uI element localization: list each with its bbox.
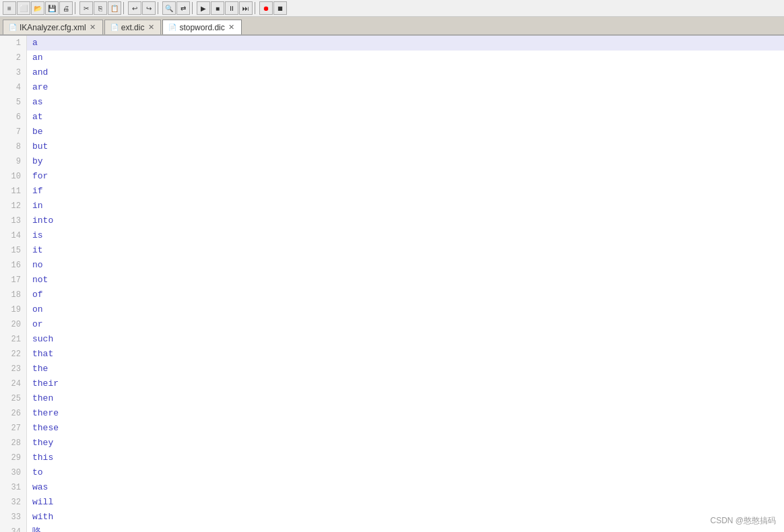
line-number-3: 3 <box>0 65 26 80</box>
line-number-28: 28 <box>0 436 26 451</box>
toolbar-btn-find[interactable]: 🔍 <box>162 1 176 15</box>
toolbar-btn-run[interactable]: ▶ <box>197 1 210 15</box>
line-number-31: 31 <box>0 480 26 495</box>
code-line-32[interactable]: will <box>27 495 784 510</box>
code-line-5[interactable]: as <box>27 95 784 110</box>
code-content[interactable]: aanandareasatbebutbyforifinintoisitnonot… <box>27 36 784 532</box>
line-number-16: 16 <box>0 258 26 273</box>
toolbar-btn-save[interactable]: 💾 <box>45 1 59 15</box>
tab-ikanalyzer-cfg-close[interactable]: ✕ <box>89 24 97 32</box>
code-line-1[interactable]: a <box>27 36 784 51</box>
code-line-30[interactable]: to <box>27 465 784 480</box>
toolbar-btn-print[interactable]: 🖨 <box>59 1 73 15</box>
line-number-24: 24 <box>0 376 26 391</box>
line-number-8: 8 <box>0 139 26 154</box>
code-line-19[interactable]: on <box>27 302 784 317</box>
toolbar-btn-open[interactable]: 📂 <box>31 1 44 15</box>
code-line-20[interactable]: or <box>27 317 784 332</box>
code-line-14[interactable]: is <box>27 228 784 243</box>
code-line-17[interactable]: not <box>27 273 784 288</box>
toolbar-btn-menu[interactable]: ≡ <box>3 1 16 15</box>
code-line-31[interactable]: was <box>27 480 784 495</box>
code-line-11[interactable]: if <box>27 184 784 199</box>
tab-bar: 📄 IKAnalyzer.cfg.xml ✕ 📄 ext.dic ✕ 📄 sto… <box>0 17 784 36</box>
code-line-10[interactable]: for <box>27 169 784 184</box>
line-number-21: 21 <box>0 332 26 347</box>
code-line-6[interactable]: at <box>27 110 784 125</box>
line-number-7: 7 <box>0 125 26 139</box>
line-number-20: 20 <box>0 317 26 332</box>
code-line-26[interactable]: there <box>27 406 784 421</box>
code-line-33[interactable]: with <box>27 510 784 525</box>
toolbar-btn-undo[interactable]: ↩ <box>128 1 141 15</box>
line-number-19: 19 <box>0 302 26 317</box>
line-number-34: 34 <box>0 525 26 532</box>
tab-stopword-dic[interactable]: 📄 stopword.dic ✕ <box>162 20 241 34</box>
toolbar-btn-replace[interactable]: ⇄ <box>176 1 190 15</box>
tab-ext-dic-close[interactable]: ✕ <box>147 24 155 32</box>
toolbar-btn-record2[interactable]: ⏹ <box>273 1 287 15</box>
line-number-4: 4 <box>0 80 26 95</box>
line-number-17: 17 <box>0 273 26 288</box>
line-number-6: 6 <box>0 110 26 125</box>
line-numbers: 1234567891011121314151617181920212223242… <box>0 36 27 532</box>
tab-stopword-dic-close[interactable]: ✕ <box>228 24 236 32</box>
editor-area: 1234567891011121314151617181920212223242… <box>0 36 784 532</box>
line-number-27: 27 <box>0 421 26 436</box>
code-line-27[interactable]: these <box>27 421 784 436</box>
line-number-26: 26 <box>0 406 26 421</box>
line-number-23: 23 <box>0 362 26 376</box>
main-container: ≡ ⬜ 📂 💾 🖨 ✂ ⎘ 📋 ↩ ↪ 🔍 ⇄ ▶ ■ ⏸ ⏭ ⏺ ⏹ 📄 IK… <box>0 0 784 532</box>
line-number-11: 11 <box>0 184 26 199</box>
code-line-2[interactable]: an <box>27 51 784 65</box>
toolbar-sep-4 <box>192 2 195 14</box>
tab-ikanalyzer-cfg[interactable]: 📄 IKAnalyzer.cfg.xml ✕ <box>3 20 103 34</box>
code-line-34[interactable]: 咯 <box>27 525 784 532</box>
code-line-16[interactable]: no <box>27 258 784 273</box>
toolbar-btn-debug[interactable]: ⏸ <box>225 1 238 15</box>
line-number-10: 10 <box>0 169 26 184</box>
code-line-7[interactable]: be <box>27 125 784 139</box>
tab-ext-dic-label: ext.dic <box>121 23 145 32</box>
code-line-15[interactable]: it <box>27 243 784 258</box>
code-line-13[interactable]: into <box>27 213 784 228</box>
toolbar-btn-step[interactable]: ⏭ <box>239 1 253 15</box>
tab-ikanalyzer-cfg-icon: 📄 <box>9 24 17 31</box>
code-line-21[interactable]: such <box>27 332 784 347</box>
line-number-5: 5 <box>0 95 26 110</box>
code-line-12[interactable]: in <box>27 199 784 213</box>
code-line-24[interactable]: their <box>27 376 784 391</box>
toolbar-btn-new[interactable]: ⬜ <box>17 1 30 15</box>
code-line-29[interactable]: this <box>27 451 784 465</box>
toolbar-btn-redo[interactable]: ↪ <box>142 1 156 15</box>
toolbar-btn-record[interactable]: ⏺ <box>259 1 273 15</box>
code-line-4[interactable]: are <box>27 80 784 95</box>
toolbar-btn-paste[interactable]: 📋 <box>108 1 121 15</box>
toolbar-btn-cut[interactable]: ✂ <box>79 1 93 15</box>
code-line-9[interactable]: by <box>27 154 784 169</box>
line-number-15: 15 <box>0 243 26 258</box>
line-number-12: 12 <box>0 199 26 213</box>
tab-stopword-dic-label: stopword.dic <box>179 23 224 32</box>
code-line-25[interactable]: then <box>27 391 784 406</box>
tab-ext-dic[interactable]: 📄 ext.dic ✕ <box>104 20 162 34</box>
toolbar: ≡ ⬜ 📂 💾 🖨 ✂ ⎘ 📋 ↩ ↪ 🔍 ⇄ ▶ ■ ⏸ ⏭ ⏺ ⏹ <box>0 0 784 17</box>
line-number-32: 32 <box>0 495 26 510</box>
toolbar-btn-copy[interactable]: ⎘ <box>94 1 107 15</box>
code-line-3[interactable]: and <box>27 65 784 80</box>
toolbar-sep-5 <box>255 2 257 14</box>
code-line-18[interactable]: of <box>27 288 784 302</box>
code-line-28[interactable]: they <box>27 436 784 451</box>
watermark: CSDN @憨憨搞码 <box>710 515 776 527</box>
line-number-30: 30 <box>0 465 26 480</box>
line-number-9: 9 <box>0 154 26 169</box>
code-line-22[interactable]: that <box>27 347 784 362</box>
toolbar-sep-2 <box>123 2 126 14</box>
tab-stopword-dic-icon: 📄 <box>168 24 176 31</box>
code-line-8[interactable]: but <box>27 139 784 154</box>
code-line-23[interactable]: the <box>27 362 784 376</box>
line-number-29: 29 <box>0 451 26 465</box>
toolbar-btn-stop[interactable]: ■ <box>211 1 224 15</box>
toolbar-sep-1 <box>75 2 77 14</box>
tab-ext-dic-icon: 📄 <box>110 24 119 31</box>
